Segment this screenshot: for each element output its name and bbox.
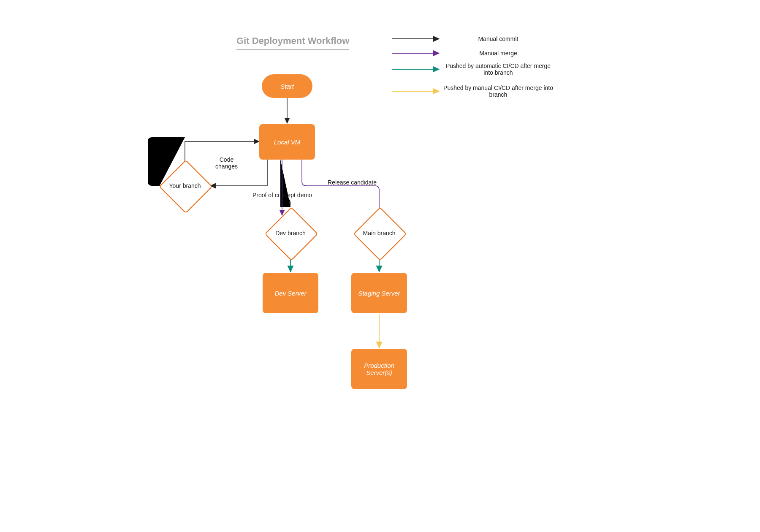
dev-branch-label: Dev branch xyxy=(265,208,316,258)
legend-auto-cicd: Pushed by automatic CI/CD after merge in… xyxy=(443,62,553,76)
edges-layer xyxy=(0,0,760,532)
label-proof-of-concept: Proof of concept demo xyxy=(252,192,312,198)
label-release-candidate: Release candidate xyxy=(328,179,377,186)
node-start: Start xyxy=(262,74,312,98)
node-your-branch: Your branch xyxy=(160,160,210,211)
legend-manual-cicd: Pushed by manual CI/CD after merge into … xyxy=(443,84,553,98)
node-dev-server: Dev Server xyxy=(263,273,318,313)
node-main-branch: Main branch xyxy=(354,208,404,258)
label-code-changes: Code changes xyxy=(215,156,238,170)
your-branch-label: Your branch xyxy=(160,160,210,211)
diagram-title: Git Deployment Workflow xyxy=(236,35,349,50)
node-local-vm: Local VM xyxy=(259,124,315,160)
node-dev-branch: Dev branch xyxy=(265,208,316,258)
legend-manual-commit: Manual commit xyxy=(443,35,553,42)
node-staging-server: Staging Server xyxy=(351,273,407,313)
main-branch-label: Main branch xyxy=(354,208,404,258)
legend-manual-merge: Manual merge xyxy=(443,50,553,57)
node-production-server: Production Server(s) xyxy=(351,349,407,389)
loop-edge xyxy=(0,0,760,532)
